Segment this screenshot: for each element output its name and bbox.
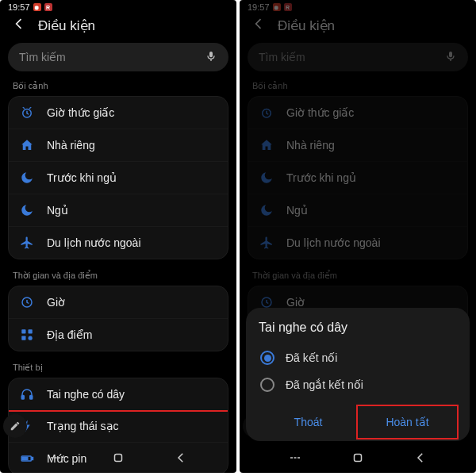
nav-recents[interactable]: [288, 451, 302, 468]
row-before-sleep[interactable]: Trước khi ngủ: [9, 162, 228, 194]
header-bar: Điều kiện: [0, 13, 236, 40]
status-bar: 19:57 ⏺ R: [0, 0, 236, 13]
status-badge-r: R: [44, 3, 52, 11]
mic-icon[interactable]: [205, 50, 217, 65]
search-input[interactable]: Tìm kiếm: [8, 43, 228, 71]
row-sleep[interactable]: Ngủ: [9, 194, 228, 227]
card-timeplace: Giờ Địa điểm: [8, 286, 228, 351]
svg-rect-9: [30, 396, 33, 400]
status-app-icon: ⏺: [273, 3, 281, 11]
row-charging[interactable]: Trạng thái sạc: [9, 410, 228, 443]
back-icon[interactable]: [251, 16, 267, 35]
option-disconnected[interactable]: Đã ngắt kết nối: [259, 371, 457, 398]
row-label: Giờ thức giấc: [47, 106, 114, 119]
nav-back[interactable]: [174, 451, 188, 468]
radio-icon: [260, 378, 274, 392]
row-wakeup[interactable]: Giờ thức giấc: [248, 97, 467, 129]
edit-button[interactable]: [3, 414, 27, 438]
row-label: Trước khi ngủ: [47, 171, 117, 184]
row-label: Du lịch nước ngoài: [47, 236, 141, 249]
moon-icon: [20, 203, 34, 217]
radio-icon: [260, 351, 274, 365]
cancel-button[interactable]: Thoát: [259, 406, 358, 438]
status-badge-r: R: [284, 3, 292, 11]
svg-rect-21: [354, 455, 361, 462]
row-time[interactable]: Giờ: [9, 286, 228, 319]
nav-bar: [240, 446, 476, 473]
clock-icon: [20, 295, 34, 309]
headphones-icon: [20, 387, 34, 401]
headphone-options-sheet: Tai nghe có dây Đã kết nối Đã ngắt kết n…: [246, 308, 470, 441]
page-title: Điều kiện: [38, 17, 95, 34]
header-bar: Điều kiện: [240, 13, 476, 40]
row-place[interactable]: Địa điểm: [9, 319, 228, 351]
mic-icon[interactable]: [444, 50, 457, 65]
search-placeholder: Tìm kiếm: [259, 51, 305, 63]
option-label: Đã kết nối: [286, 351, 337, 364]
svg-rect-5: [29, 329, 33, 333]
screen-headphone-dialog: 19:57 ⏺ R Điều kiện Tìm kiếm Bối cảnh Gi…: [240, 0, 476, 473]
row-before-sleep[interactable]: Trước khi ngủ: [248, 162, 467, 194]
nav-home[interactable]: [111, 451, 125, 468]
search-placeholder: Tìm kiếm: [19, 51, 66, 63]
row-label: Giờ: [47, 296, 65, 309]
nav-bar: [0, 446, 236, 473]
option-connected[interactable]: Đã kết nối: [259, 344, 457, 371]
section-timeplace-label: Thời gian và địa điểm: [248, 267, 468, 286]
section-context-label: Bối cảnh: [248, 78, 468, 96]
option-label: Đã ngắt kết nối: [286, 378, 363, 391]
done-button[interactable]: Hoàn tất: [356, 405, 459, 440]
status-time: 19:57: [248, 2, 270, 12]
moon-icon: [20, 171, 34, 185]
nav-back[interactable]: [413, 451, 428, 468]
nav-recents[interactable]: [48, 451, 63, 468]
row-wakeup[interactable]: Giờ thức giấc: [9, 97, 228, 129]
row-travel[interactable]: Du lịch nước ngoài: [9, 227, 228, 259]
search-input[interactable]: Tìm kiếm: [248, 43, 468, 71]
home-icon: [20, 138, 34, 152]
row-label: Ngủ: [47, 204, 68, 217]
row-home[interactable]: Nhà riêng: [9, 129, 228, 162]
section-device-label: Thiết bị: [8, 359, 228, 378]
svg-rect-8: [21, 396, 24, 400]
row-home[interactable]: Nhà riêng: [248, 129, 467, 162]
row-label: Địa điểm: [47, 328, 92, 341]
svg-rect-6: [21, 336, 25, 340]
alarm-icon: [20, 106, 34, 120]
svg-rect-13: [114, 455, 121, 462]
row-wired-headphones[interactable]: Tai nghe có dây: [8, 378, 228, 412]
row-label: Tai nghe có dây: [47, 388, 125, 401]
row-label: Nhà riêng: [47, 139, 95, 152]
status-time: 19:57: [8, 2, 30, 12]
row-travel[interactable]: Du lịch nước ngoài: [248, 227, 467, 259]
back-icon[interactable]: [11, 16, 27, 35]
screen-conditions-list: 19:57 ⏺ R Điều kiện Tìm kiếm Bối cảnh: [0, 0, 236, 473]
section-timeplace-label: Thời gian và địa điểm: [8, 267, 228, 286]
svg-rect-4: [21, 329, 25, 333]
nav-home[interactable]: [351, 451, 365, 468]
sheet-title: Tai nghe có dây: [259, 321, 457, 335]
row-sleep[interactable]: Ngủ: [248, 194, 467, 227]
section-context-label: Bối cảnh: [8, 78, 228, 96]
page-title: Điều kiện: [278, 17, 335, 34]
status-app-icon: ⏺: [33, 3, 41, 11]
status-bar: 19:57 ⏺ R: [240, 0, 476, 13]
airplane-icon: [20, 236, 34, 250]
row-label: Trạng thái sạc: [47, 420, 119, 432]
card-context: Giờ thức giấc Nhà riêng Trước khi ngủ Ng…: [8, 96, 228, 259]
place-grid-icon: [20, 328, 34, 342]
svg-point-7: [29, 336, 33, 340]
